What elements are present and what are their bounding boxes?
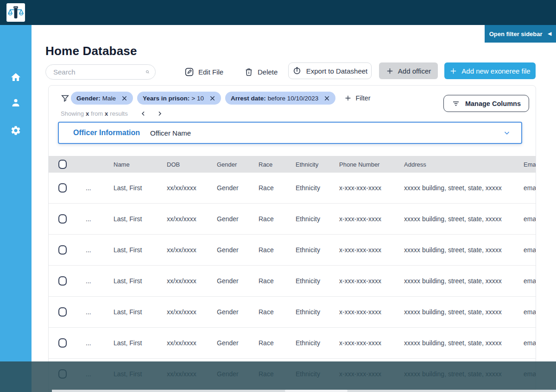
row-checkbox[interactable] xyxy=(58,214,67,224)
cell-dob: xx/xx/xxxx xyxy=(162,266,212,296)
header-name: Name xyxy=(109,156,162,173)
previous-page-button[interactable] xyxy=(140,110,147,117)
scrollbar-thumb[interactable] xyxy=(285,390,348,392)
from-text: from xyxy=(91,110,103,117)
row-actions-ellipsis[interactable]: ... xyxy=(81,173,109,203)
cell-address: xxxxx building, street, state, xxxxx xyxy=(399,328,519,358)
cell-race: Race xyxy=(254,173,291,203)
table-row[interactable]: ... Last, First xx/xx/xxxx Gender Race E… xyxy=(49,235,536,266)
add-officer-button[interactable]: Add officer xyxy=(379,62,438,79)
cell-gender: Gender xyxy=(212,235,254,265)
sidebar-item-settings[interactable] xyxy=(10,125,21,136)
header-actions xyxy=(81,156,109,173)
manage-columns-button[interactable]: Manage Columns xyxy=(443,95,529,112)
edit-icon xyxy=(184,67,194,77)
cell-phone: x-xxx-xxx-xxxx xyxy=(335,204,399,234)
row-checkbox[interactable] xyxy=(58,245,67,255)
group-selected-value: Officer Name xyxy=(150,129,191,137)
app-logo[interactable] xyxy=(6,3,25,22)
settings-gear-icon xyxy=(10,125,21,136)
table-row[interactable]: ... Last, First xx/xx/xxxx Gender Race E… xyxy=(49,328,536,359)
results-summary: Showing x from x results xyxy=(61,110,163,117)
cell-race: Race xyxy=(254,204,291,234)
sidebar xyxy=(0,25,32,392)
manage-columns-label: Manage Columns xyxy=(465,100,521,107)
add-exoneree-file-button[interactable]: Add new exoneree file xyxy=(444,62,536,79)
cell-gender: Gender xyxy=(212,204,254,234)
table-row[interactable]: ... Last, First xx/xx/xxxx Gender Race E… xyxy=(49,204,536,235)
cell-ethnicity: Ethnicity xyxy=(291,328,335,358)
header-email: Email xyxy=(519,156,536,173)
plus-icon xyxy=(449,67,457,75)
plus-icon xyxy=(344,94,352,102)
horizontal-scrollbar[interactable] xyxy=(52,390,556,392)
user-icon xyxy=(10,97,21,108)
row-checkbox[interactable] xyxy=(58,276,67,286)
cell-race: Race xyxy=(254,328,291,358)
open-filter-sidebar-label: Open filter sidebar xyxy=(489,31,543,37)
cell-name: Last, First xyxy=(109,266,162,296)
results-panel: Gender: Male Years in prison: > 10 Arres… xyxy=(48,85,536,392)
next-page-button[interactable] xyxy=(156,110,163,117)
chip-close-icon[interactable] xyxy=(121,95,127,101)
header-ethnicity: Ethnicity xyxy=(291,156,335,173)
sidebar-item-home[interactable] xyxy=(10,72,21,83)
select-all-checkbox[interactable] xyxy=(58,160,67,169)
cell-gender: Gender xyxy=(212,266,254,296)
cell-dob: xx/xx/xxxx xyxy=(162,204,212,234)
chip-value: > 10 xyxy=(191,95,204,102)
add-exoneree-file-label: Add new exoneree file xyxy=(461,67,530,75)
cell-race: Race xyxy=(254,235,291,265)
add-filter-label: Filter xyxy=(355,94,370,102)
filter-lines-icon xyxy=(452,100,460,108)
add-filter-button[interactable]: Filter xyxy=(344,94,370,102)
table-row[interactable]: ... Last, First xx/xx/xxxx Gender Race E… xyxy=(49,297,536,328)
row-actions-ellipsis[interactable]: ... xyxy=(81,297,109,327)
header-race: Race xyxy=(254,156,291,173)
top-bar xyxy=(0,0,556,25)
filter-chips-row: Gender: Male Years in prison: > 10 Arres… xyxy=(71,92,371,105)
table-body: ... Last, First xx/xx/xxxx Gender Race E… xyxy=(49,173,536,390)
cell-phone: x-xxx-xxx-xxxx xyxy=(335,266,399,296)
cell-email: email xyxy=(519,266,536,296)
cell-phone: x-xxx-xxx-xxxx xyxy=(335,328,399,358)
search-icon[interactable] xyxy=(145,68,150,76)
sidebar-item-users[interactable] xyxy=(10,97,21,108)
results-text: results xyxy=(110,110,127,117)
search-box xyxy=(45,64,156,80)
total-count: x xyxy=(105,110,108,117)
chip-value: before 10/10/2023 xyxy=(268,95,319,102)
row-checkbox[interactable] xyxy=(58,307,67,317)
cell-gender: Gender xyxy=(212,328,254,358)
open-filter-sidebar-button[interactable]: Open filter sidebar ◀ xyxy=(485,25,556,43)
cell-address: xxxxx building, street, state, xxxxx xyxy=(399,204,519,234)
cell-name: Last, First xyxy=(109,297,162,327)
edit-file-label: Edit File xyxy=(198,68,223,76)
edit-file-button[interactable]: Edit File xyxy=(184,64,223,80)
cell-ethnicity: Ethnicity xyxy=(291,204,335,234)
table-row[interactable]: ... Last, First xx/xx/xxxx Gender Race E… xyxy=(49,266,536,297)
row-actions-ellipsis[interactable]: ... xyxy=(81,266,109,296)
row-checkbox[interactable] xyxy=(58,338,67,348)
cell-address: xxxxx building, street, state, xxxxx xyxy=(399,266,519,296)
group-section-label: Officer Information xyxy=(73,129,140,137)
chip-close-icon[interactable] xyxy=(209,95,215,101)
row-checkbox[interactable] xyxy=(58,183,67,193)
search-input[interactable] xyxy=(53,68,145,76)
chip-close-icon[interactable] xyxy=(324,95,330,101)
cell-address: xxxxx building, street, state, xxxxx xyxy=(399,297,519,327)
cell-address: xxxxx building, street, state, xxxxx xyxy=(399,235,519,265)
column-group-selector[interactable]: Officer Information Officer Name xyxy=(58,122,522,144)
row-actions-ellipsis[interactable]: ... xyxy=(81,204,109,234)
cell-race: Race xyxy=(254,297,291,327)
row-actions-ellipsis[interactable]: ... xyxy=(81,235,109,265)
add-officer-label: Add officer xyxy=(398,67,431,75)
filter-chip-gender: Gender: Male xyxy=(71,92,133,105)
cell-dob: xx/xx/xxxx xyxy=(162,173,212,203)
row-actions-ellipsis[interactable]: ... xyxy=(81,328,109,358)
export-datasheet-button[interactable]: Export to Datasheet xyxy=(288,62,372,79)
delete-button[interactable]: Delete xyxy=(244,64,278,80)
table-row[interactable]: ... Last, First xx/xx/xxxx Gender Race E… xyxy=(49,173,536,204)
cell-ethnicity: Ethnicity xyxy=(291,173,335,203)
chip-value: Male xyxy=(102,95,116,102)
